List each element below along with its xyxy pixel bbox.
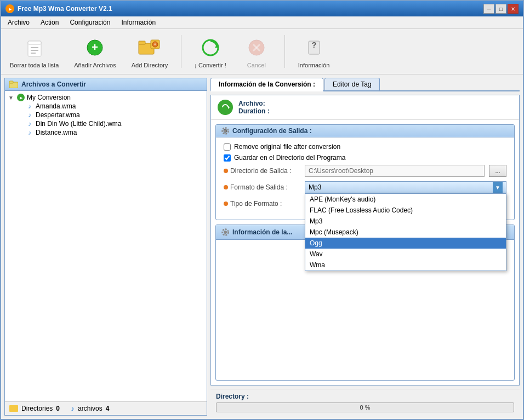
guardar-directorio-checkbox[interactable] — [224, 154, 231, 162]
files-status: ♪ archivos 4 — [71, 404, 109, 413]
music-icon: ♪ — [26, 102, 33, 110]
dropdown-item-mp3[interactable]: Mp3 — [305, 216, 506, 227]
music-icon: ♪ — [26, 111, 33, 119]
title-bar: ▶ Free Mp3 Wma Converter V2.1 ─ □ ✕ — [1, 1, 523, 16]
cancel-button[interactable]: Cancel — [237, 32, 276, 71]
dropdown-item-flac[interactable]: FLAC (Free Lossless Audio Codec) — [305, 205, 506, 216]
info-button[interactable]: ? Información — [294, 32, 334, 71]
clear-list-icon — [21, 34, 48, 61]
directorio-input[interactable] — [305, 165, 485, 177]
add-directory-button[interactable]: + Add Directory — [127, 32, 173, 71]
left-panel: Archivos a Convertir ▼ ▶ My Conversion ♪… — [4, 78, 207, 416]
checkbox-row-1: Remove original file after conversion — [224, 143, 506, 151]
cancel-label: Cancel — [247, 62, 266, 68]
add-directory-label: Add Directory — [132, 62, 168, 68]
file-name: Despertar.wma — [36, 111, 80, 119]
clear-list-label: Borrar toda la lista — [10, 62, 59, 68]
info-header-label: Información de la... — [232, 228, 292, 236]
tree-expand-icon: ▼ — [8, 95, 15, 101]
file-tree[interactable]: ▼ ▶ My Conversion ♪ Amanda.wma ♪ Despert… — [5, 91, 207, 401]
remove-original-checkbox[interactable] — [224, 143, 231, 151]
file-details: Archivo: Duration : — [238, 100, 270, 115]
dropdown-item-wma[interactable]: Wma — [305, 260, 506, 271]
formato-select-wrapper: Mp3 ▼ APE (MonKey's audio) FLAC (Free Lo… — [305, 181, 506, 193]
checkbox-row-2: Guardar en el Directorio del Programa — [224, 154, 506, 162]
directories-label: Directories — [21, 405, 53, 412]
formato-dropdown-arrow: ▼ — [493, 182, 503, 193]
music-status-icon: ♪ — [71, 404, 75, 413]
tree-root-label: My Conversion — [27, 94, 71, 101]
convert-icon — [197, 34, 224, 61]
guardar-directorio-label[interactable]: Guardar en el Directorio del Programa — [234, 154, 345, 162]
list-item[interactable]: ♪ Amanda.wma — [25, 102, 204, 111]
gear-icon — [221, 127, 229, 135]
dropdown-item-ape[interactable]: APE (MonKey's audio) — [305, 194, 506, 205]
dropdown-item-ogg[interactable]: Ogg — [305, 238, 506, 249]
info-gear-icon — [221, 228, 229, 236]
close-button[interactable]: ✕ — [508, 4, 519, 14]
tab-tag-editor[interactable]: Editor de Tag — [324, 78, 380, 90]
maximize-button[interactable]: □ — [495, 4, 506, 14]
remove-original-label[interactable]: Remove original file after conversion — [234, 143, 340, 151]
folder-icon — [9, 80, 18, 88]
menu-bar: Archivo Action Configuración Información — [1, 16, 523, 29]
right-panel: Información de la Conversión : Editor de… — [210, 78, 520, 416]
add-files-label: Añadir Archivos — [74, 62, 116, 68]
minimize-button[interactable]: ─ — [483, 4, 494, 14]
formato-select[interactable]: Mp3 ▼ — [305, 181, 506, 193]
info-label: Información — [298, 62, 329, 68]
directorio-row: Directorio de Salida : ... — [224, 165, 506, 177]
file-info: Archivo: Duration : — [211, 95, 519, 120]
music-icon: ♪ — [26, 120, 33, 128]
folder-status-icon — [9, 405, 18, 412]
tab-conversion-info[interactable]: Información de la Conversión : — [210, 78, 323, 91]
svg-text:+: + — [92, 41, 99, 53]
toolbar: Borrar toda la lista + Añadir Archivos — [1, 29, 523, 74]
directorio-browse-button[interactable]: ... — [489, 165, 506, 177]
menu-archivo[interactable]: Archivo — [3, 18, 34, 27]
list-item[interactable]: ♪ Distance.wma — [25, 128, 204, 137]
formato-row: Formato de Salida : Mp3 ▼ APE (MonKey's … — [224, 181, 506, 193]
formato-value: Mp3 — [309, 183, 321, 191]
clear-list-button[interactable]: Borrar toda la lista — [5, 32, 63, 71]
file-name: Distance.wma — [36, 129, 77, 136]
menu-configuracion[interactable]: Configuración — [65, 18, 115, 27]
dropdown-item-wav[interactable]: Wav — [305, 249, 506, 260]
tree-root-icon: ▶ — [17, 94, 25, 101]
content-area: Archivo: Duration : Configuración de Sal… — [210, 95, 520, 386]
config-header-label: Configuración de Salida : — [232, 127, 312, 135]
dropdown-item-mpc[interactable]: Mpc (Musepack) — [305, 227, 506, 238]
svg-text:+: + — [153, 42, 156, 47]
menu-informacion[interactable]: Información — [117, 18, 160, 27]
svg-rect-22 — [9, 81, 13, 83]
formato-dropdown: APE (MonKey's audio) FLAC (Free Lossless… — [305, 193, 506, 271]
music-icon: ♪ — [26, 129, 33, 136]
menu-action[interactable]: Action — [36, 18, 63, 27]
app-icon: ▶ — [5, 4, 14, 13]
add-files-button[interactable]: + Añadir Archivos — [70, 32, 120, 71]
directories-status: Directories 0 — [9, 405, 60, 412]
config-section: Configuración de Salida : Remove origina… — [215, 124, 515, 220]
bottom-section: Directory : 0 % — [210, 389, 520, 416]
duration-label: Duration : — [238, 107, 270, 115]
list-item[interactable]: ♪ Din Din Wo (Little Child).wma — [25, 119, 204, 128]
convert-button[interactable]: ¡ Convertir ! — [190, 32, 230, 71]
svg-point-29 — [224, 231, 227, 234]
list-item[interactable]: ♪ Despertar.wma — [25, 111, 204, 119]
title-bar-left: ▶ Free Mp3 Wma Converter V2.1 — [5, 4, 112, 13]
svg-text:?: ? — [311, 41, 316, 49]
archivo-label: Archivo: — [238, 100, 265, 107]
toolbar-separator — [181, 35, 181, 68]
info-icon: ? — [301, 34, 327, 61]
directorio-label: Directorio de Salida : — [224, 167, 300, 175]
toolbar-separator-2 — [284, 35, 285, 68]
main-area: Archivos a Convertir ▼ ▶ My Conversion ♪… — [1, 74, 523, 419]
svg-point-27 — [224, 129, 227, 133]
add-files-icon: + — [82, 34, 108, 61]
add-directory-icon: + — [136, 34, 163, 61]
directory-label: Directory : — [216, 393, 514, 400]
progress-bar-container: 0 % — [216, 402, 514, 412]
convert-label: ¡ Convertir ! — [195, 62, 226, 68]
tree-root[interactable]: ▼ ▶ My Conversion — [7, 93, 204, 102]
file-name: Amanda.wma — [36, 102, 76, 110]
